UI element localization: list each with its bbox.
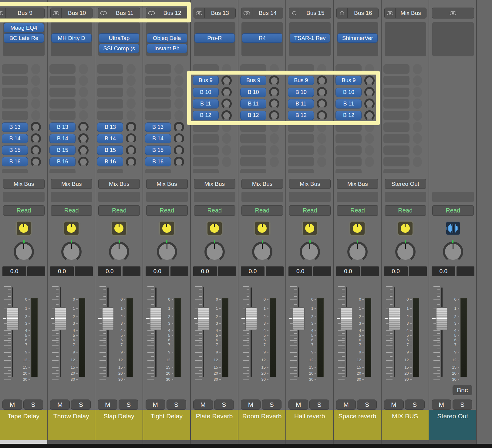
group-box[interactable]: [98, 192, 140, 202]
automation-read-button[interactable]: Read: [385, 205, 426, 216]
send-slot-empty[interactable]: [145, 64, 171, 74]
group-box[interactable]: [241, 192, 283, 202]
send-slot-empty[interactable]: [383, 88, 409, 97]
fader-track[interactable]: [107, 287, 109, 377]
fader-track[interactable]: [155, 287, 157, 377]
fader-cap[interactable]: [150, 307, 162, 330]
pan-display-icon[interactable]: [303, 222, 317, 235]
send-slot-empty[interactable]: [383, 99, 409, 109]
send-knob[interactable]: [78, 157, 89, 167]
send-slot-empty[interactable]: [288, 157, 314, 166]
fader-cap[interactable]: [198, 307, 209, 330]
send-slot-empty[interactable]: [288, 134, 314, 143]
bus-format-cell[interactable]: [0, 8, 6, 18]
send-button[interactable]: B 15: [49, 145, 76, 155]
automation-read-button[interactable]: Read: [98, 205, 140, 216]
send-knob[interactable]: [364, 87, 375, 97]
bus-format-cell[interactable]: [289, 8, 300, 18]
fader-track[interactable]: [346, 287, 347, 377]
send-button[interactable]: B 10: [335, 88, 362, 97]
bus-header[interactable]: Bus 15: [289, 8, 331, 18]
send-slot-empty[interactable]: [145, 76, 171, 85]
send-slot-empty[interactable]: [383, 111, 409, 120]
send-slot-empty[interactable]: [240, 122, 266, 132]
pan-display-icon[interactable]: [255, 222, 269, 235]
send-slot-empty[interactable]: [97, 111, 123, 120]
pan-knob[interactable]: [443, 242, 463, 262]
mute-button[interactable]: M: [432, 400, 451, 410]
track-name[interactable]: Space reverb: [334, 410, 381, 440]
send-button[interactable]: B 12: [288, 111, 314, 120]
track-name[interactable]: Slap Delay: [95, 410, 142, 440]
send-knob[interactable]: [174, 133, 184, 144]
mono-format-icon[interactable]: [292, 11, 296, 15]
volume-value[interactable]: 0.0: [384, 266, 408, 276]
mute-button[interactable]: M: [384, 400, 404, 410]
bus-header[interactable]: Mix Bus: [384, 8, 426, 18]
fader-track[interactable]: [251, 287, 252, 377]
fader-cap[interactable]: [245, 307, 257, 330]
scrollbar-track[interactable]: [95, 440, 142, 444]
bus-header[interactable]: Bus 12: [146, 8, 188, 18]
pan-knob[interactable]: [14, 242, 34, 262]
plugin-button[interactable]: Objeq Dela: [147, 33, 187, 43]
send-slot-empty[interactable]: [383, 134, 409, 143]
send-knob[interactable]: [221, 110, 232, 121]
send-button[interactable]: B 11: [193, 99, 219, 109]
track-name[interactable]: Plate Reverb: [191, 410, 238, 440]
send-slot-empty[interactable]: [288, 64, 314, 74]
pan-knob[interactable]: [300, 242, 320, 262]
mute-button[interactable]: M: [193, 400, 213, 410]
bus-format-cell[interactable]: [51, 8, 62, 18]
automation-read-button[interactable]: Read: [146, 205, 188, 216]
group-box[interactable]: [194, 192, 235, 202]
send-slot-empty[interactable]: [335, 64, 362, 74]
automation-read-button[interactable]: Read: [241, 205, 283, 216]
automation-read-button[interactable]: Read: [194, 205, 235, 216]
fader-track[interactable]: [441, 287, 443, 377]
fader-cap[interactable]: [293, 307, 305, 330]
stereo-format-icon[interactable]: [53, 11, 59, 15]
output-button[interactable]: Mix Bus: [337, 179, 378, 189]
send-knob[interactable]: [269, 75, 279, 86]
mute-button[interactable]: M: [146, 400, 165, 410]
send-slot-empty[interactable]: [145, 99, 171, 109]
pan-display-icon[interactable]: [64, 222, 79, 235]
send-slot-empty[interactable]: [193, 157, 219, 166]
stereo-format-icon[interactable]: [244, 11, 250, 15]
solo-button[interactable]: S: [23, 400, 43, 410]
send-button[interactable]: B 11: [335, 99, 362, 109]
pan-knob[interactable]: [157, 242, 177, 262]
send-slot-empty[interactable]: [383, 145, 409, 155]
send-knob[interactable]: [221, 99, 232, 109]
bus-header[interactable]: [432, 8, 474, 18]
scrollbar-thumb[interactable]: [0, 440, 47, 444]
bus-format-cell[interactable]: [98, 8, 109, 18]
send-knob[interactable]: [126, 157, 136, 167]
plugin-button[interactable]: BC Late Re: [4, 33, 44, 43]
scrollbar-track[interactable]: [238, 440, 285, 444]
fader-track[interactable]: [12, 287, 13, 377]
bus-header[interactable]: Bus 10: [50, 8, 93, 18]
volume-value[interactable]: 0.0: [98, 266, 121, 276]
send-slot-empty[interactable]: [335, 122, 362, 132]
send-knob[interactable]: [364, 99, 375, 109]
send-knob[interactable]: [269, 87, 279, 97]
waveform-icon[interactable]: [446, 222, 460, 235]
send-slot-empty[interactable]: [193, 145, 219, 155]
send-slot-empty[interactable]: [240, 157, 266, 166]
fader-track[interactable]: [298, 287, 299, 377]
automation-read-button[interactable]: Read: [289, 205, 331, 216]
output-button[interactable]: Mix Bus: [3, 179, 45, 189]
send-button[interactable]: B 15: [2, 145, 28, 155]
audio-fx-box[interactable]: [432, 22, 474, 56]
send-button[interactable]: B 16: [145, 157, 171, 166]
send-slot-empty[interactable]: [240, 64, 266, 74]
send-button[interactable]: B 13: [145, 122, 171, 132]
bus-format-cell[interactable]: [146, 8, 157, 18]
stereo-format-icon[interactable]: [148, 11, 155, 15]
bus-format-cell[interactable]: [241, 8, 252, 18]
solo-button[interactable]: S: [405, 400, 425, 410]
send-button[interactable]: Bus 9: [288, 76, 314, 85]
send-knob[interactable]: [221, 75, 232, 86]
